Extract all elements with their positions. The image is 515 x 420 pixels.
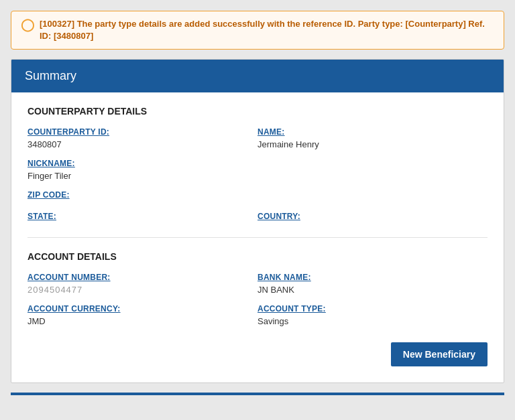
zipcode-field: ZIP CODE: [27,190,258,202]
account-fields-grid: ACCOUNT NUMBER: 2094504477 BANK NAME: JN… [27,273,488,326]
alert-text: [100327] The party type details are adde… [40,18,494,42]
bank-name-field: BANK NAME: JN BANK [258,273,488,295]
nickname-label: NICKNAME: [27,159,258,168]
name-field: NAME: Jermaine Henry [258,127,488,149]
nickname-empty [258,159,488,181]
country-value [258,222,488,224]
section-divider [27,237,488,238]
zipcode-empty [258,190,488,202]
state-field: STATE: [27,212,258,224]
account-number-value: 2094504477 [27,283,258,295]
account-currency-label: ACCOUNT CURRENCY: [27,304,258,313]
account-type-field: ACCOUNT TYPE: Savings [258,304,488,326]
state-label: STATE: [27,212,258,221]
zipcode-value [27,201,258,202]
summary-card: Summary COUNTERPARTY DETAILS COUNTERPART… [11,59,504,383]
state-value [27,222,258,224]
name-label: NAME: [258,127,488,137]
account-number-field: ACCOUNT NUMBER: 2094504477 [27,273,258,295]
counterparty-id-field: COUNTERPARTY ID: 3480807 [27,127,258,149]
alert-icon: ◯ [21,18,34,33]
new-beneficiary-button[interactable]: New Beneficiary [391,342,488,366]
bank-name-value: JN BANK [258,283,488,295]
bank-name-label: BANK NAME: [258,273,488,282]
card-header: Summary [11,60,504,92]
account-currency-field: ACCOUNT CURRENCY: JMD [27,304,258,326]
alert-banner: ◯ [100327] The party type details are ad… [11,11,504,50]
name-value: Jermaine Henry [258,138,488,149]
account-type-label: ACCOUNT TYPE: [258,304,488,313]
card-body: COUNTERPARTY DETAILS COUNTERPARTY ID: 34… [11,92,504,382]
country-field: COUNTRY: [258,212,488,224]
counterparty-fields-grid: COUNTERPARTY ID: 3480807 NAME: Jermaine … [27,127,488,224]
account-number-label: ACCOUNT NUMBER: [27,273,258,282]
nickname-field: NICKNAME: Finger Tiler [27,159,258,181]
counterparty-section-title: COUNTERPARTY DETAILS [27,106,488,117]
footer-row: New Beneficiary [27,342,488,366]
account-currency-value: JMD [27,315,258,326]
counterparty-id-value: 3480807 [27,138,258,149]
card-title: Summary [25,69,76,82]
account-type-value: Savings [258,315,488,326]
bottom-bar [11,393,504,395]
country-label: COUNTRY: [258,212,488,221]
nickname-value: Finger Tiler [27,169,258,181]
counterparty-id-label: COUNTERPARTY ID: [27,127,258,137]
account-section-title: ACCOUNT DETAILS [27,251,488,262]
zipcode-label: ZIP CODE: [27,190,258,200]
